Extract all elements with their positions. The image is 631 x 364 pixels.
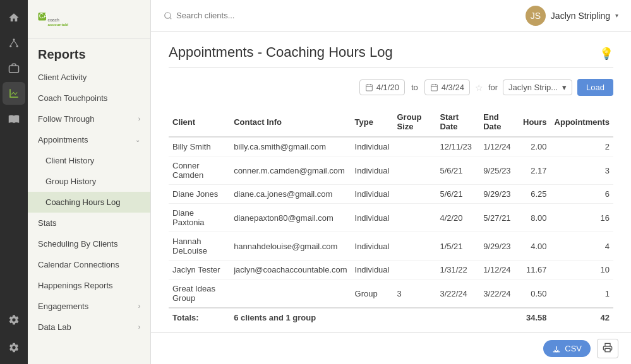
logo: coach accountable CA bbox=[28, 0, 150, 38]
print-button[interactable] bbox=[597, 339, 618, 358]
cell-group-size bbox=[393, 137, 436, 156]
search-input[interactable] bbox=[176, 11, 303, 20]
sidebar-item-appointments[interactable]: Appointments ⌄ bbox=[28, 129, 150, 150]
coach-select[interactable]: Jaclyn Strip... ▾ bbox=[503, 79, 572, 95]
svg-point-1 bbox=[9, 45, 11, 47]
search-icon bbox=[164, 11, 172, 20]
cell-client: Diane Jones bbox=[169, 185, 230, 204]
sidebar-item-data-lab[interactable]: Data Lab › bbox=[28, 317, 150, 338]
table-row: Hannah DeLouise hannahdelouise@gmail.com… bbox=[169, 232, 613, 261]
cell-start-date: 5/6/21 bbox=[436, 156, 479, 185]
cell-end-date: 1/12/24 bbox=[479, 137, 519, 156]
col-contact-info: Contact Info bbox=[230, 107, 351, 137]
cell-type: Individual bbox=[351, 137, 394, 156]
cell-type: Individual bbox=[351, 261, 394, 279]
network-icon[interactable] bbox=[3, 32, 25, 54]
cell-end-date: 5/27/21 bbox=[479, 204, 519, 232]
coach-select-value: Jaclyn Strip... bbox=[508, 83, 558, 92]
title-divider bbox=[169, 67, 613, 68]
totals-hours: 34.58 bbox=[519, 308, 551, 327]
cell-client: Conner Camden bbox=[169, 156, 230, 185]
sidebar-item-client-history[interactable]: Client History bbox=[28, 150, 150, 171]
cell-group-size bbox=[393, 204, 436, 232]
lightbulb-icon[interactable]: 💡 bbox=[599, 47, 613, 61]
main-content: JS Jaclyn Stripling ▾ Appointments - Coa… bbox=[151, 0, 631, 364]
svg-rect-20 bbox=[605, 348, 610, 351]
download-icon bbox=[552, 344, 561, 353]
sidebar-item-group-history[interactable]: Group History bbox=[28, 171, 150, 192]
star-icon[interactable]: ☆ bbox=[475, 83, 483, 93]
gear2-icon[interactable] bbox=[3, 336, 25, 359]
cell-appointments: 10 bbox=[551, 261, 613, 279]
svg-rect-5 bbox=[9, 66, 19, 73]
cell-group-size: 3 bbox=[393, 279, 436, 308]
for-label: for bbox=[488, 83, 498, 92]
chart-icon[interactable] bbox=[3, 82, 25, 105]
book-icon[interactable] bbox=[3, 107, 25, 130]
cell-hours: 0.50 bbox=[519, 279, 551, 308]
sidebar-item-client-activity[interactable]: Client Activity bbox=[28, 67, 150, 88]
cell-email: dianepaxton80@gmail.com bbox=[230, 204, 351, 232]
calendar-icon2 bbox=[430, 83, 438, 91]
settings-icon[interactable] bbox=[3, 308, 25, 331]
home-icon[interactable] bbox=[3, 6, 25, 29]
cell-hours: 8.00 bbox=[519, 204, 551, 232]
csv-button[interactable]: CSV bbox=[543, 340, 591, 357]
cell-start-date: 3/22/24 bbox=[436, 279, 479, 308]
print-icon bbox=[603, 343, 613, 353]
chevron-down-icon: ⌄ bbox=[135, 136, 140, 143]
load-button[interactable]: Load bbox=[577, 79, 613, 96]
table-row: Diane Paxtonia dianepaxton80@gmail.com I… bbox=[169, 204, 613, 232]
sidebar-item-scheduling-by-clients[interactable]: Scheduling By Clients bbox=[28, 233, 150, 254]
cell-end-date: 9/29/23 bbox=[479, 232, 519, 261]
content-area: Appointments - Coaching Hours Log 💡 4/1/… bbox=[151, 32, 631, 332]
sidebar-item-coaching-hours-log[interactable]: Coaching Hours Log bbox=[28, 192, 150, 213]
cell-hours: 4.00 bbox=[519, 232, 551, 261]
user-dropdown-icon[interactable]: ▾ bbox=[615, 12, 618, 19]
svg-line-3 bbox=[11, 40, 14, 45]
sidebar-item-stats[interactable]: Stats bbox=[28, 213, 150, 233]
sidebar-item-engagements[interactable]: Engagements › bbox=[28, 296, 150, 317]
table-row: Billy Smith billy.ca.smith@gmail.com Ind… bbox=[169, 137, 613, 156]
cell-email: billy.ca.smith@gmail.com bbox=[230, 137, 351, 156]
cell-hours: 6.25 bbox=[519, 185, 551, 204]
sidebar-item-happenings-reports[interactable]: Happenings Reports bbox=[28, 275, 150, 296]
cell-start-date: 4/2/20 bbox=[436, 204, 479, 232]
cell-type: Individual bbox=[351, 204, 394, 232]
cell-group-size bbox=[393, 232, 436, 261]
briefcase-icon[interactable] bbox=[3, 57, 25, 79]
table-row: Great Ideas Group Group 3 3/22/24 3/22/2… bbox=[169, 279, 613, 308]
col-hours: Hours bbox=[519, 107, 551, 137]
sidebar: coach accountable CA Reports Client Acti… bbox=[28, 0, 151, 364]
svg-text:accountable: accountable bbox=[48, 22, 69, 26]
to-date-input[interactable]: 4/3/24 bbox=[424, 79, 470, 95]
col-appointments: Appointments bbox=[551, 107, 613, 137]
cell-type: Group bbox=[351, 279, 394, 308]
svg-rect-12 bbox=[366, 85, 372, 91]
col-end-date: End Date bbox=[479, 107, 519, 137]
sidebar-item-calendar-connections[interactable]: Calendar Connections bbox=[28, 254, 150, 275]
cell-email: conner.m.camden@gmail.com bbox=[230, 156, 351, 185]
avatar: JS bbox=[526, 6, 546, 26]
user-name: Jaclyn Stripling bbox=[551, 11, 610, 21]
cell-client: Great Ideas Group bbox=[169, 279, 230, 308]
to-date-value: 4/3/24 bbox=[442, 83, 464, 92]
cell-appointments: 1 bbox=[551, 279, 613, 308]
cell-email bbox=[230, 279, 351, 308]
csv-label: CSV bbox=[565, 344, 582, 353]
sidebar-item-coach-touchpoints[interactable]: Coach Touchpoints bbox=[28, 88, 150, 109]
totals-summary: 6 clients and 1 group bbox=[230, 308, 351, 327]
chevron-right-icon3: › bbox=[138, 324, 140, 331]
cell-hours: 2.00 bbox=[519, 137, 551, 156]
svg-point-0 bbox=[13, 38, 15, 40]
cell-group-size bbox=[393, 261, 436, 279]
from-date-input[interactable]: 4/1/20 bbox=[359, 79, 405, 95]
sidebar-item-follow-through[interactable]: Follow Through › bbox=[28, 109, 150, 129]
filter-row: 4/1/20 to 4/3/24 ☆ for Jaclyn Strip... ▾… bbox=[169, 79, 613, 96]
svg-rect-16 bbox=[431, 85, 437, 91]
table-row: Jaclyn Tester jaclyn@coachaccountable.co… bbox=[169, 261, 613, 279]
cell-appointments: 16 bbox=[551, 204, 613, 232]
cell-appointments: 3 bbox=[551, 156, 613, 185]
cell-end-date: 9/29/23 bbox=[479, 185, 519, 204]
cell-email: jaclyn@coachaccountable.com bbox=[230, 261, 351, 279]
